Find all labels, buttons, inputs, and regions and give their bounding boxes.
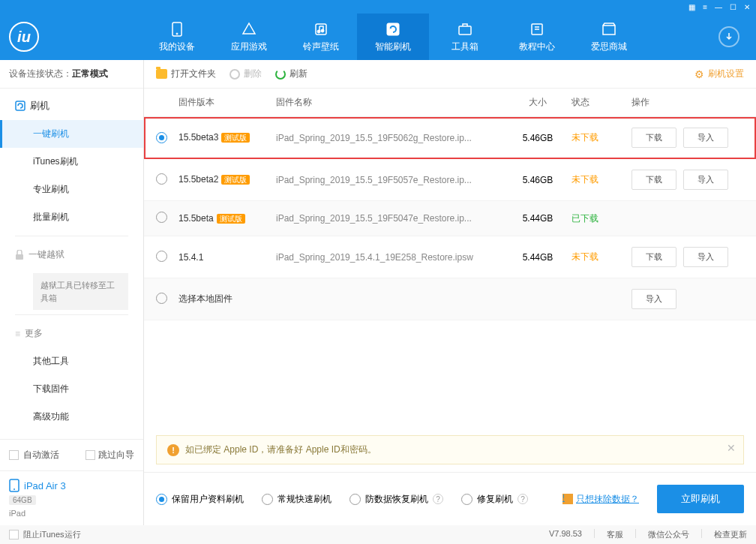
row-radio[interactable] xyxy=(156,251,167,262)
apple-id-notice: ! 如已绑定 Apple ID，请准备好 Apple ID和密码。 ✕ xyxy=(156,435,744,464)
radio-icon xyxy=(350,494,361,505)
svg-rect-6 xyxy=(459,26,471,35)
titlebar-list-icon[interactable]: ≡ xyxy=(703,3,707,11)
firmware-status: 未下载 xyxy=(572,131,632,144)
option-keep-data[interactable]: 保留用户资料刷机 xyxy=(156,493,244,506)
content: 打开文件夹 删除 刷新 ⚙ 刷机设置 固件版本 固件名称 大小 状态 操作 xyxy=(144,60,756,525)
logo-icon: iu xyxy=(9,22,39,52)
titlebar-menu-icon[interactable]: ▦ xyxy=(688,3,695,11)
row-radio[interactable] xyxy=(156,212,167,223)
device-info: iPad Air 3 64GB iPad xyxy=(0,470,143,525)
firmware-version: 15.5beta2 xyxy=(178,174,218,185)
sidebar-item-other-tools[interactable]: 其他工具 xyxy=(0,347,143,375)
connection-status: 设备连接状态：正常模式 xyxy=(0,60,143,89)
delete-button[interactable]: 删除 xyxy=(230,68,262,80)
firmware-row[interactable]: 15.5beta测试版 iPad_Spring_2019_15.5_19F504… xyxy=(144,201,756,236)
import-button[interactable]: 导入 xyxy=(632,289,676,309)
sidebar-flash-section[interactable]: 刷机 xyxy=(0,92,143,120)
refresh-icon xyxy=(385,21,401,38)
nav-ringtones[interactable]: 铃声壁纸 xyxy=(285,14,357,60)
erase-data-link[interactable]: ! 只想抹除数据？ xyxy=(562,493,639,506)
option-normal-flash[interactable]: 常规快速刷机 xyxy=(262,493,332,506)
firmware-filename: iPad_Spring_2019_15.5_19F5047e_Restore.i… xyxy=(276,213,504,224)
refresh-button[interactable]: 刷新 xyxy=(275,68,308,80)
sidebar-item-batch-flash[interactable]: 批量刷机 xyxy=(0,203,143,231)
folder-icon xyxy=(156,69,167,79)
beta-badge: 测试版 xyxy=(217,214,245,224)
row-radio[interactable] xyxy=(156,132,167,143)
sidebar-item-download-firmware[interactable]: 下载固件 xyxy=(0,375,143,403)
check-update-link[interactable]: 检查更新 xyxy=(714,529,747,540)
import-button[interactable]: 导入 xyxy=(683,128,728,148)
local-firmware-row[interactable]: 选择本地固件 导入 xyxy=(144,278,756,320)
firmware-row[interactable]: 15.5beta3测试版 iPad_Spring_2019_15.5_19F50… xyxy=(144,117,756,159)
toolbar: 打开文件夹 删除 刷新 ⚙ 刷机设置 xyxy=(144,60,756,89)
sidebar-jailbreak-section[interactable]: 一键越狱 xyxy=(0,241,143,269)
nav-apps[interactable]: 应用游戏 xyxy=(213,14,285,60)
nav-tutorials[interactable]: 教程中心 xyxy=(501,14,573,60)
firmware-size: 5.44GB xyxy=(504,213,572,224)
warning-icon: ! xyxy=(562,494,573,504)
delete-icon xyxy=(230,69,240,80)
download-arrow-icon xyxy=(724,32,734,41)
svg-point-1 xyxy=(176,33,178,35)
download-indicator[interactable] xyxy=(718,26,740,47)
footer: 阻止iTunes运行 V7.98.53 客服 微信公众号 检查更新 xyxy=(0,525,756,544)
sidebar-item-advanced[interactable]: 高级功能 xyxy=(0,403,143,431)
help-icon[interactable]: ? xyxy=(433,494,443,504)
gear-icon: ⚙ xyxy=(694,68,704,80)
nav-toolbox[interactable]: 工具箱 xyxy=(429,14,501,60)
firmware-status: 未下载 xyxy=(572,251,632,263)
svg-rect-11 xyxy=(16,254,23,260)
sidebar-item-oneclick-flash[interactable]: 一键刷机 xyxy=(0,120,143,148)
download-button[interactable]: 下载 xyxy=(632,128,676,148)
firmware-version: 15.5beta3 xyxy=(178,132,218,143)
nav-flash[interactable]: 智能刷机 xyxy=(357,14,429,60)
firmware-row[interactable]: 15.5beta2测试版 iPad_Spring_2019_15.5_19F50… xyxy=(144,159,756,201)
row-radio[interactable] xyxy=(156,173,167,185)
skip-guide-checkbox[interactable] xyxy=(86,450,95,460)
lock-icon xyxy=(15,250,24,260)
row-radio[interactable] xyxy=(156,293,167,304)
option-anti-recovery[interactable]: 防数据恢复刷机 ? xyxy=(350,493,443,506)
customer-service-link[interactable]: 客服 xyxy=(607,529,623,540)
apps-icon xyxy=(241,21,257,38)
warning-icon: ! xyxy=(167,444,179,456)
storage-badge: 64GB xyxy=(9,495,36,505)
wechat-link[interactable]: 微信公众号 xyxy=(648,529,689,540)
radio-icon xyxy=(461,494,472,505)
flash-now-button[interactable]: 立即刷机 xyxy=(657,485,744,513)
sidebar-item-pro-flash[interactable]: 专业刷机 xyxy=(0,176,143,203)
flash-settings-button[interactable]: ⚙ 刷机设置 xyxy=(694,68,744,80)
book-icon xyxy=(529,21,545,38)
svg-rect-2 xyxy=(316,24,326,35)
block-itunes-checkbox[interactable] xyxy=(9,530,19,539)
firmware-size: 5.46GB xyxy=(504,175,572,185)
nav-my-device[interactable]: 我的设备 xyxy=(141,14,213,60)
download-button[interactable]: 下载 xyxy=(632,170,676,190)
help-icon[interactable]: ? xyxy=(518,494,528,504)
close-icon[interactable]: ✕ xyxy=(744,3,750,11)
download-button[interactable]: 下载 xyxy=(632,247,676,267)
firmware-version: 15.5beta xyxy=(178,213,214,224)
option-repair-flash[interactable]: 修复刷机 ? xyxy=(461,493,528,506)
notice-close-icon[interactable]: ✕ xyxy=(727,442,736,454)
flash-options: 保留用户资料刷机 常规快速刷机 防数据恢复刷机 ? 修复刷机 ? ! 只想抹除数… xyxy=(144,472,756,525)
nav-shop[interactable]: 爱思商城 xyxy=(573,14,645,60)
firmware-status: 未下载 xyxy=(572,173,632,186)
version-label: V7.98.53 xyxy=(549,529,582,540)
sidebar-more-section[interactable]: ≡ 更多 xyxy=(0,320,143,347)
sidebar-item-itunes-flash[interactable]: iTunes刷机 xyxy=(0,148,143,176)
shop-icon xyxy=(601,21,617,38)
open-folder-button[interactable]: 打开文件夹 xyxy=(156,68,216,80)
firmware-row[interactable]: 15.4.1 iPad_Spring_2019_15.4.1_19E258_Re… xyxy=(144,236,756,278)
firmware-status: 已下载 xyxy=(572,212,632,225)
svg-rect-5 xyxy=(387,23,399,35)
import-button[interactable]: 导入 xyxy=(683,247,728,267)
auto-activate-checkbox[interactable] xyxy=(9,450,19,460)
minimize-icon[interactable]: — xyxy=(715,3,722,11)
maximize-icon[interactable]: ☐ xyxy=(730,3,736,11)
firmware-filename: iPad_Spring_2019_15.5_19F5062g_Restore.i… xyxy=(276,133,504,143)
menu-icon: ≡ xyxy=(15,329,20,339)
import-button[interactable]: 导入 xyxy=(683,170,728,190)
